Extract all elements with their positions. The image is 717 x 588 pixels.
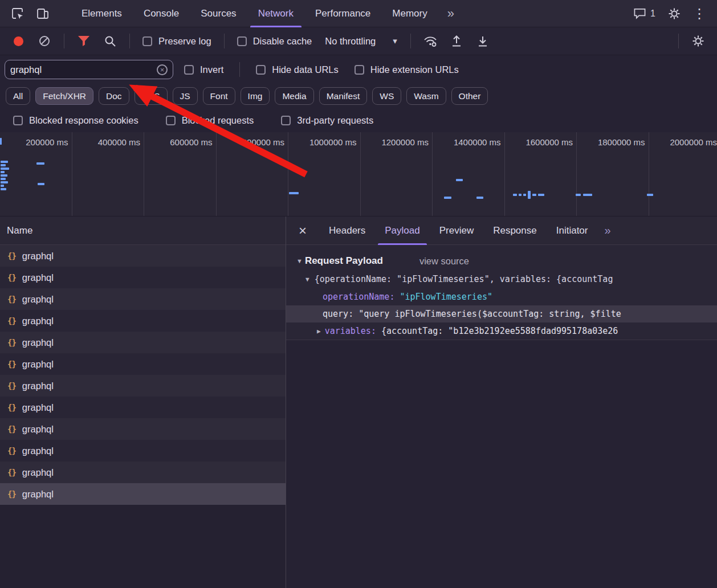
blocked-response-cookies-checkbox[interactable]: Blocked response cookies: [8, 115, 144, 126]
type-filter-chip[interactable]: Font: [203, 87, 235, 105]
main-tab[interactable]: Performance: [304, 0, 381, 27]
filter-toggle-button[interactable]: [72, 31, 96, 51]
type-filter-chip[interactable]: Other: [451, 87, 488, 105]
detail-tab[interactable]: Payload: [375, 217, 429, 245]
payload-variables-row[interactable]: ▶ variables: {accountTag: "b12e3b2192ee5…: [286, 322, 717, 340]
triangle-right-icon: ▶: [317, 328, 321, 335]
detail-tab[interactable]: Initiator: [547, 217, 598, 245]
request-row[interactable]: {} graphql: [0, 288, 286, 310]
network-conditions-button[interactable]: [418, 31, 442, 51]
fetch-request-icon: {}: [7, 446, 16, 455]
main-tab[interactable]: Memory: [381, 0, 438, 27]
main-tab[interactable]: Network: [247, 0, 304, 27]
payload-value: "query ipFlowTimeseries($accountTag: str…: [358, 309, 621, 319]
overview-request-bar: [576, 194, 581, 196]
detail-tab[interactable]: Preview: [430, 217, 483, 245]
request-row[interactable]: {} graphql: [0, 375, 286, 397]
close-details-button[interactable]: ×: [291, 219, 315, 243]
type-filter-chip[interactable]: Media: [275, 87, 313, 105]
payload-value: {accountTag: "b12e3b2192ee5588fdad995178…: [381, 326, 618, 336]
payload-key: query:: [323, 309, 353, 319]
payload-root-row[interactable]: ▼ {operationName: "ipFlowTimeseries", va…: [286, 270, 717, 288]
overview-request-bar: [456, 179, 463, 181]
checkbox-box: [256, 65, 266, 75]
checkbox-box: [355, 65, 364, 75]
request-row[interactable]: {} graphql: [0, 440, 286, 462]
hide-extension-urls-checkbox[interactable]: Hide extension URLs: [349, 64, 464, 75]
inspect-element-button[interactable]: [6, 3, 30, 24]
request-row[interactable]: {} graphql: [0, 418, 286, 440]
request-name: graphql: [22, 446, 54, 456]
disable-cache-checkbox[interactable]: Disable cache: [232, 36, 317, 47]
view-source-link[interactable]: view source: [419, 256, 469, 267]
payload-section-title: Request Payload: [305, 255, 383, 267]
type-filter-chip[interactable]: Doc: [99, 87, 129, 105]
inspect-icon: [11, 7, 24, 20]
main-tab[interactable]: Console: [133, 0, 190, 27]
network-overview[interactable]: 200000 ms400000 ms600000 ms800000 ms1000…: [0, 132, 717, 217]
payload-query-row[interactable]: query: "query ipFlowTimeseries($accountT…: [286, 305, 717, 322]
overview-request-bar: [38, 183, 44, 185]
request-row[interactable]: {} graphql: [0, 245, 286, 267]
type-filter-chip[interactable]: WS: [372, 87, 401, 105]
divider: [129, 34, 130, 48]
request-row[interactable]: {} graphql: [0, 397, 286, 418]
divider: [410, 34, 411, 48]
record-button[interactable]: [14, 36, 23, 46]
type-filter-chip[interactable]: Img: [241, 87, 270, 105]
settings-button[interactable]: [662, 3, 686, 24]
main-tab[interactable]: Elements: [71, 0, 133, 27]
import-har-button[interactable]: [445, 31, 469, 51]
fetch-request-icon: {}: [7, 295, 16, 304]
main-tab[interactable]: Sources: [190, 0, 247, 27]
network-search-button[interactable]: [98, 31, 122, 51]
triangle-down-icon: ▼: [305, 276, 309, 283]
overview-request-bar: [538, 194, 544, 196]
issues-button[interactable]: 1: [628, 7, 661, 19]
fetch-request-icon: {}: [7, 403, 16, 412]
request-row[interactable]: {} graphql: [0, 353, 286, 375]
overview-request-bar: [1, 181, 8, 183]
blocked-requests-checkbox[interactable]: Blocked requests: [161, 115, 259, 126]
hide-data-urls-checkbox[interactable]: Hide data URLs: [251, 64, 343, 75]
overview-request-bar: [444, 197, 451, 199]
detail-tab[interactable]: Headers: [319, 217, 375, 245]
network-settings-button[interactable]: [686, 31, 710, 51]
request-row[interactable]: {} graphql: [0, 462, 286, 483]
clear-filter-button[interactable]: ×: [157, 64, 168, 75]
overview-request-bar: [523, 194, 526, 196]
third-party-requests-label: 3rd-party requests: [297, 115, 373, 126]
filter-input-wrapper: ×: [5, 60, 173, 79]
more-panels-button[interactable]: »: [439, 6, 462, 21]
overview-request-bar: [513, 194, 517, 196]
type-filter-chip[interactable]: Wasm: [406, 87, 446, 105]
request-row[interactable]: {} graphql: [0, 310, 286, 332]
third-party-requests-checkbox[interactable]: 3rd-party requests: [276, 115, 378, 126]
menu-button[interactable]: ⋮: [687, 3, 711, 24]
payload-section-header[interactable]: ▼ Request Payload view source: [286, 252, 717, 270]
request-row[interactable]: {} graphql: [0, 332, 286, 353]
type-filter-chip[interactable]: All: [6, 87, 30, 105]
request-name: graphql: [22, 272, 54, 283]
clear-network-log-button[interactable]: [32, 31, 56, 51]
type-filter-chip[interactable]: Manifest: [319, 87, 368, 105]
name-column-header[interactable]: Name: [0, 217, 286, 245]
preserve-log-checkbox[interactable]: Preserve log: [137, 36, 217, 47]
type-filter-chip[interactable]: Fetch/XHR: [35, 87, 93, 105]
filter-input[interactable]: [10, 64, 153, 75]
invert-checkbox[interactable]: Invert: [179, 64, 229, 75]
issues-count: 1: [650, 9, 655, 19]
request-row[interactable]: {} graphql: [0, 483, 286, 505]
type-filter-chip[interactable]: CSS: [135, 87, 168, 105]
export-har-button[interactable]: [471, 31, 495, 51]
throttling-dropdown[interactable]: No throttling ▾: [319, 36, 403, 47]
type-filter-chip[interactable]: JS: [173, 87, 198, 105]
device-toolbar-button[interactable]: [31, 3, 55, 24]
fetch-request-icon: {}: [7, 489, 16, 499]
request-row[interactable]: {} graphql: [0, 267, 286, 288]
more-detail-tabs-button[interactable]: »: [597, 224, 617, 237]
device-toolbar-icon: [36, 7, 49, 20]
payload-operation-row[interactable]: operationName: "ipFlowTimeseries": [286, 288, 717, 305]
detail-tabs: HeadersPayloadPreviewResponseInitiator: [319, 217, 597, 245]
detail-tab[interactable]: Response: [483, 217, 547, 245]
